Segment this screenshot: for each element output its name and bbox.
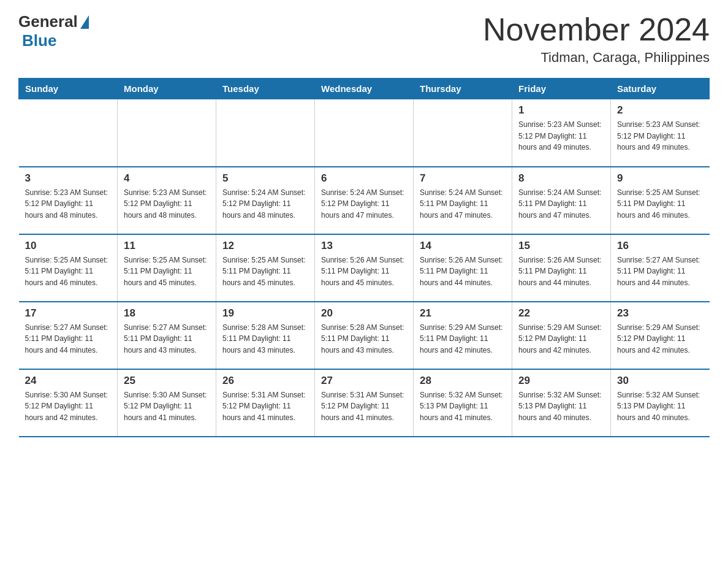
day-number: 9	[617, 172, 703, 185]
col-header-thursday: Thursday	[414, 79, 512, 99]
calendar-cell: 18Sunrise: 5:27 AM Sunset: 5:11 PM Dayli…	[118, 302, 216, 369]
day-info: Sunrise: 5:31 AM Sunset: 5:12 PM Dayligh…	[321, 389, 407, 424]
day-info: Sunrise: 5:27 AM Sunset: 5:11 PM Dayligh…	[617, 255, 703, 289]
day-number: 26	[222, 375, 308, 387]
calendar-cell: 4Sunrise: 5:23 AM Sunset: 5:12 PM Daylig…	[118, 167, 216, 234]
calendar-cell: 13Sunrise: 5:26 AM Sunset: 5:11 PM Dayli…	[315, 234, 414, 302]
day-info: Sunrise: 5:25 AM Sunset: 5:11 PM Dayligh…	[25, 255, 112, 289]
day-info: Sunrise: 5:23 AM Sunset: 5:12 PM Dayligh…	[124, 187, 210, 221]
day-number: 10	[25, 240, 112, 252]
calendar-cell: 15Sunrise: 5:26 AM Sunset: 5:11 PM Dayli…	[512, 234, 611, 302]
day-number: 18	[124, 307, 210, 320]
col-header-tuesday: Tuesday	[216, 79, 315, 99]
day-number: 1	[518, 104, 604, 117]
day-info: Sunrise: 5:23 AM Sunset: 5:12 PM Dayligh…	[617, 119, 703, 153]
day-number: 23	[617, 307, 703, 320]
day-info: Sunrise: 5:28 AM Sunset: 5:11 PM Dayligh…	[222, 322, 308, 356]
day-number: 2	[617, 104, 703, 117]
calendar-cell: 21Sunrise: 5:29 AM Sunset: 5:11 PM Dayli…	[414, 302, 512, 369]
day-info: Sunrise: 5:24 AM Sunset: 5:11 PM Dayligh…	[420, 187, 506, 221]
calendar-cell: 3Sunrise: 5:23 AM Sunset: 5:12 PM Daylig…	[19, 167, 118, 234]
page-header: General Blue November 2024 Tidman, Carag…	[18, 12, 710, 66]
day-number: 11	[124, 240, 210, 252]
day-number: 13	[321, 240, 407, 252]
day-number: 14	[420, 240, 506, 252]
day-info: Sunrise: 5:31 AM Sunset: 5:12 PM Dayligh…	[222, 389, 308, 424]
day-info: Sunrise: 5:25 AM Sunset: 5:11 PM Dayligh…	[124, 255, 210, 289]
day-number: 22	[518, 307, 604, 320]
month-title: November 2024	[483, 12, 710, 47]
day-number: 28	[420, 375, 506, 387]
day-number: 17	[25, 307, 112, 320]
day-info: Sunrise: 5:24 AM Sunset: 5:11 PM Dayligh…	[518, 187, 604, 221]
calendar-cell: 20Sunrise: 5:28 AM Sunset: 5:11 PM Dayli…	[315, 302, 414, 369]
header-title-block: November 2024 Tidman, Caraga, Philippine…	[483, 12, 710, 66]
calendar-cell: 23Sunrise: 5:29 AM Sunset: 5:12 PM Dayli…	[611, 302, 710, 369]
day-info: Sunrise: 5:26 AM Sunset: 5:11 PM Dayligh…	[518, 255, 604, 289]
calendar-week-row: 17Sunrise: 5:27 AM Sunset: 5:11 PM Dayli…	[19, 302, 710, 369]
calendar-cell: 17Sunrise: 5:27 AM Sunset: 5:11 PM Dayli…	[19, 302, 118, 369]
day-info: Sunrise: 5:26 AM Sunset: 5:11 PM Dayligh…	[321, 255, 407, 289]
calendar-cell: 12Sunrise: 5:25 AM Sunset: 5:11 PM Dayli…	[216, 234, 315, 302]
calendar-cell: 29Sunrise: 5:32 AM Sunset: 5:13 PM Dayli…	[512, 369, 611, 437]
calendar-cell: 7Sunrise: 5:24 AM Sunset: 5:11 PM Daylig…	[414, 167, 512, 234]
calendar-cell: 9Sunrise: 5:25 AM Sunset: 5:11 PM Daylig…	[611, 167, 710, 234]
day-number: 20	[321, 307, 407, 320]
day-number: 19	[222, 307, 308, 320]
calendar-cell: 8Sunrise: 5:24 AM Sunset: 5:11 PM Daylig…	[512, 167, 611, 234]
day-info: Sunrise: 5:29 AM Sunset: 5:11 PM Dayligh…	[420, 322, 506, 356]
day-info: Sunrise: 5:27 AM Sunset: 5:11 PM Dayligh…	[124, 322, 210, 356]
day-number: 30	[617, 375, 703, 387]
calendar-cell: 30Sunrise: 5:32 AM Sunset: 5:13 PM Dayli…	[611, 369, 710, 437]
day-info: Sunrise: 5:23 AM Sunset: 5:12 PM Dayligh…	[25, 187, 112, 221]
calendar-cell: 6Sunrise: 5:24 AM Sunset: 5:12 PM Daylig…	[315, 167, 414, 234]
calendar-header-row: SundayMondayTuesdayWednesdayThursdayFrid…	[19, 79, 710, 99]
calendar-cell	[216, 99, 315, 167]
day-number: 3	[25, 172, 112, 185]
day-info: Sunrise: 5:23 AM Sunset: 5:12 PM Dayligh…	[518, 119, 604, 153]
calendar-cell: 19Sunrise: 5:28 AM Sunset: 5:11 PM Dayli…	[216, 302, 315, 369]
calendar-cell: 26Sunrise: 5:31 AM Sunset: 5:12 PM Dayli…	[216, 369, 315, 437]
calendar-cell: 11Sunrise: 5:25 AM Sunset: 5:11 PM Dayli…	[118, 234, 216, 302]
day-number: 6	[321, 172, 407, 185]
calendar-cell	[414, 99, 512, 167]
calendar-cell: 14Sunrise: 5:26 AM Sunset: 5:11 PM Dayli…	[414, 234, 512, 302]
day-info: Sunrise: 5:25 AM Sunset: 5:11 PM Dayligh…	[617, 187, 703, 221]
day-info: Sunrise: 5:27 AM Sunset: 5:11 PM Dayligh…	[25, 322, 112, 356]
col-header-saturday: Saturday	[611, 79, 710, 99]
day-info: Sunrise: 5:32 AM Sunset: 5:13 PM Dayligh…	[420, 389, 506, 424]
day-info: Sunrise: 5:24 AM Sunset: 5:12 PM Dayligh…	[222, 187, 308, 221]
day-number: 25	[124, 375, 210, 387]
calendar-cell: 24Sunrise: 5:30 AM Sunset: 5:12 PM Dayli…	[19, 369, 118, 437]
calendar-week-row: 24Sunrise: 5:30 AM Sunset: 5:12 PM Dayli…	[19, 369, 710, 437]
calendar-cell: 5Sunrise: 5:24 AM Sunset: 5:12 PM Daylig…	[216, 167, 315, 234]
day-info: Sunrise: 5:32 AM Sunset: 5:13 PM Dayligh…	[518, 389, 604, 424]
day-number: 15	[518, 240, 604, 252]
calendar-week-row: 10Sunrise: 5:25 AM Sunset: 5:11 PM Dayli…	[19, 234, 710, 302]
day-number: 5	[222, 172, 308, 185]
calendar-cell: 25Sunrise: 5:30 AM Sunset: 5:12 PM Dayli…	[118, 369, 216, 437]
calendar-cell	[315, 99, 414, 167]
location-title: Tidman, Caraga, Philippines	[483, 50, 710, 66]
day-info: Sunrise: 5:32 AM Sunset: 5:13 PM Dayligh…	[617, 389, 703, 424]
calendar-cell: 27Sunrise: 5:31 AM Sunset: 5:12 PM Dayli…	[315, 369, 414, 437]
logo-triangle-icon	[80, 15, 89, 29]
day-info: Sunrise: 5:26 AM Sunset: 5:11 PM Dayligh…	[420, 255, 506, 289]
col-header-monday: Monday	[118, 79, 216, 99]
logo-general-text: General	[18, 12, 78, 31]
calendar-cell: 1Sunrise: 5:23 AM Sunset: 5:12 PM Daylig…	[512, 99, 611, 167]
calendar-cell	[19, 99, 118, 167]
day-number: 29	[518, 375, 604, 387]
day-number: 27	[321, 375, 407, 387]
calendar-cell: 10Sunrise: 5:25 AM Sunset: 5:11 PM Dayli…	[19, 234, 118, 302]
calendar-week-row: 1Sunrise: 5:23 AM Sunset: 5:12 PM Daylig…	[19, 99, 710, 167]
col-header-wednesday: Wednesday	[315, 79, 414, 99]
calendar-table: SundayMondayTuesdayWednesdayThursdayFrid…	[18, 78, 710, 437]
col-header-friday: Friday	[512, 79, 611, 99]
day-number: 12	[222, 240, 308, 252]
day-number: 8	[518, 172, 604, 185]
calendar-week-row: 3Sunrise: 5:23 AM Sunset: 5:12 PM Daylig…	[19, 167, 710, 234]
calendar-cell: 16Sunrise: 5:27 AM Sunset: 5:11 PM Dayli…	[611, 234, 710, 302]
day-number: 7	[420, 172, 506, 185]
day-info: Sunrise: 5:25 AM Sunset: 5:11 PM Dayligh…	[222, 255, 308, 289]
